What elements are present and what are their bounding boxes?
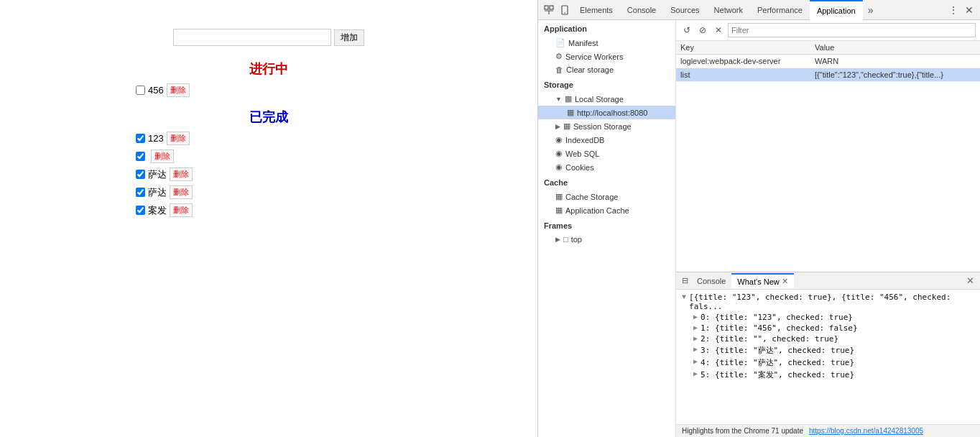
sidebar-item-cache-storage[interactable]: ▦ Cache Storage	[538, 190, 675, 203]
inspect-icon[interactable]	[541, 2, 557, 18]
sidebar-item-service-workers[interactable]: ⚙ Service Workers	[538, 50, 675, 63]
tab-network[interactable]: Network	[707, 0, 750, 20]
item-checkbox[interactable]	[136, 86, 145, 95]
cell-key: loglevel:webpack-dev-server	[676, 55, 810, 68]
console-line: ▶ 0: {title: "123", checked: true}	[682, 313, 974, 322]
add-input[interactable]	[173, 29, 331, 46]
tab-sources[interactable]: Sources	[663, 0, 706, 20]
frame-icon: □	[563, 235, 568, 244]
tab-close-icon[interactable]: ✕	[782, 277, 788, 286]
status-url[interactable]: https://blog.csdn.net/a14242813005	[809, 427, 923, 435]
devtools-content: ↺ ⊘ ✕ Key Value loglevel:webpa	[676, 20, 980, 437]
in-progress-title: 进行中	[107, 60, 430, 78]
item-checkbox[interactable]	[136, 188, 145, 197]
devtools-main: Application 📄 Manifest ⚙ Service Workers…	[538, 20, 980, 437]
sidebar-item-cookies[interactable]: ◉ Cookies	[538, 160, 675, 174]
service-workers-icon: ⚙	[555, 52, 563, 61]
tab-application[interactable]: Application	[810, 0, 863, 20]
column-key: Key	[676, 41, 810, 55]
app-cache-icon: ▦	[555, 206, 563, 215]
sidebar-item-top-frame[interactable]: ▶ □ top	[538, 233, 675, 246]
delete-button[interactable]: 删除	[170, 185, 193, 199]
list-item: 萨达 删除	[136, 167, 430, 181]
item-text: 案发	[148, 204, 167, 217]
list-item: 456 删除	[136, 83, 430, 97]
expand-arrow[interactable]: ▶	[693, 357, 698, 365]
sidebar-item-clear-storage[interactable]: 🗑 Clear storage	[538, 63, 675, 76]
in-progress-section: 进行中 456 删除	[107, 60, 430, 101]
tab-performance[interactable]: Performance	[750, 0, 810, 20]
bottom-tab-bar: ⊟ Console What's New ✕ ✕	[676, 272, 980, 290]
svg-rect-0	[545, 6, 548, 9]
completed-section: 已完成 123 删除 删除 萨达	[107, 109, 430, 221]
localhost-icon: ▦	[567, 108, 574, 117]
column-value: Value	[810, 41, 980, 55]
devtools-panel: Elements Console Sources Network Perform…	[537, 0, 980, 437]
tab-console[interactable]: Console	[620, 0, 663, 20]
item-checkbox[interactable]	[136, 206, 145, 215]
tab-console-bottom[interactable]: Console	[691, 275, 731, 288]
checkbox-row: 456 删除	[136, 83, 190, 97]
devtools-sidebar: Application 📄 Manifest ⚙ Service Workers…	[538, 20, 676, 437]
sidebar-item-localhost[interactable]: ▦ http://localhost:8080	[538, 106, 675, 119]
tab-whats-new[interactable]: What's New ✕	[731, 273, 793, 288]
delete-button[interactable]: 删除	[170, 203, 193, 217]
expand-arrow[interactable]: ▶	[693, 313, 698, 321]
sidebar-section-application: Application	[538, 20, 675, 36]
console-content: ▼ [{title: "123", checked: true}, {title…	[676, 290, 980, 424]
table-row[interactable]: list [{"title":"123","checked":true},{"t…	[676, 68, 980, 82]
sidebar-section-frames: Frames	[538, 217, 675, 233]
close-devtools-icon[interactable]: ✕	[961, 2, 977, 18]
svg-rect-1	[550, 6, 553, 9]
item-text: 123	[148, 133, 164, 144]
console-line: ▶ 3: {title: "萨达", checked: true}	[682, 345, 974, 356]
local-storage-icon: ▦	[565, 94, 572, 104]
more-tabs-icon[interactable]: »	[863, 2, 879, 18]
delete-button[interactable]: 删除	[167, 83, 190, 97]
tab-elements[interactable]: Elements	[573, 0, 620, 20]
status-bar: Highlights from the Chrome 71 update htt…	[676, 424, 980, 437]
close-bottom-panel-icon[interactable]: ✕	[963, 275, 977, 286]
session-storage-icon: ▦	[563, 121, 570, 131]
item-text: 萨达	[148, 168, 167, 181]
item-checkbox[interactable]	[136, 134, 145, 143]
cell-value: [{"title":"123","checked":true},{"title.…	[810, 68, 980, 82]
collapse-arrow[interactable]: ▼	[682, 293, 686, 300]
table-row[interactable]: loglevel:webpack-dev-server WARN	[676, 55, 980, 68]
item-checkbox[interactable]	[136, 170, 145, 179]
clear-icon[interactable]: ⊘	[696, 24, 709, 37]
sidebar-section-cache: Cache	[538, 174, 675, 190]
sidebar-item-manifest[interactable]: 📄 Manifest	[538, 36, 675, 50]
sidebar-item-web-sql[interactable]: ◉ Web SQL	[538, 147, 675, 160]
list-item: 案发 删除	[136, 203, 430, 217]
add-button[interactable]: 增加	[334, 29, 364, 46]
refresh-icon[interactable]: ↺	[680, 24, 693, 37]
filter-input[interactable]	[728, 23, 976, 37]
sidebar-item-indexeddb[interactable]: ◉ IndexedDB	[538, 133, 675, 147]
expand-arrow[interactable]: ▶	[693, 323, 698, 331]
sidebar-item-local-storage[interactable]: ▼ ▦ Local Storage	[538, 92, 675, 106]
expand-arrow[interactable]: ▶	[693, 369, 698, 377]
web-sql-icon: ◉	[555, 149, 563, 158]
more-options-icon[interactable]: ⋮	[946, 2, 961, 18]
console-line: ▼ [{title: "123", checked: true}, {title…	[682, 293, 974, 311]
delete-button[interactable]: 删除	[151, 150, 174, 163]
list-item: 萨达 删除	[136, 185, 430, 199]
expand-icon: ▼	[555, 96, 562, 103]
console-line: ▶ 4: {title: "萨达", checked: true}	[682, 357, 974, 368]
expand-arrow[interactable]: ▶	[693, 334, 698, 342]
sidebar-item-session-storage[interactable]: ▶ ▦ Session Storage	[538, 119, 675, 133]
delete-button[interactable]: 删除	[170, 167, 193, 181]
device-icon[interactable]	[557, 2, 573, 18]
highlights-text: Highlights from the Chrome 71 update	[682, 427, 803, 435]
sidebar-item-app-cache[interactable]: ▦ Application Cache	[538, 203, 675, 217]
in-progress-list: 456 删除	[136, 83, 430, 97]
expand-arrow[interactable]: ▶	[693, 345, 698, 353]
console-line: ▶ 2: {title: "", checked: true}	[682, 334, 974, 344]
devtools-bottom-panel: ⊟ Console What's New ✕ ✕ ▼ [{title: "123…	[676, 272, 980, 437]
console-line: ▶ 5: {title: "案发", checked: true}	[682, 369, 974, 380]
delete-button[interactable]: 删除	[167, 132, 190, 145]
item-checkbox[interactable]	[136, 152, 145, 161]
delete-icon[interactable]: ✕	[712, 24, 725, 37]
completed-list: 123 删除 删除 萨达 删除	[136, 132, 430, 217]
